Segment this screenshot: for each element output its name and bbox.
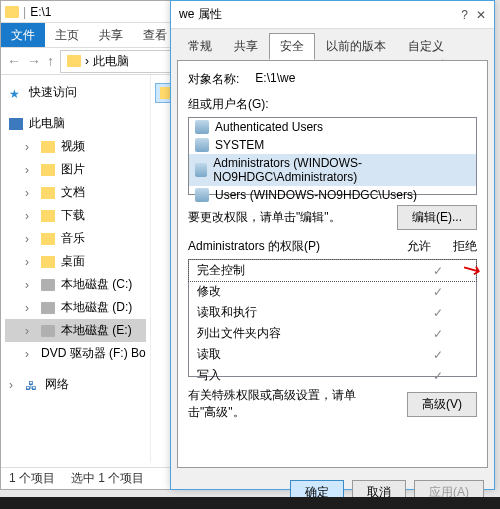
tab-share[interactable]: 共享: [89, 23, 133, 47]
check-icon: ✓: [408, 285, 468, 299]
folder-icon: [41, 256, 55, 268]
status-count: 1 个项目: [9, 470, 55, 487]
tab-security[interactable]: 安全: [269, 33, 315, 60]
deny-header: 拒绝: [453, 238, 477, 255]
perm-row-list-folder[interactable]: 列出文件夹内容✓: [189, 323, 476, 344]
tree-disk-e[interactable]: ›本地磁盘 (E:): [5, 319, 146, 342]
groups-label: 组或用户名(G):: [188, 96, 477, 113]
title-sep: |: [23, 5, 26, 19]
dialog-titlebar: we 属性 ? ✕: [171, 1, 494, 29]
tab-previous-versions[interactable]: 以前的版本: [315, 33, 397, 60]
object-name-label: 对象名称:: [188, 71, 239, 88]
tab-home[interactable]: 主页: [45, 23, 89, 47]
folder-icon: [41, 233, 55, 245]
help-icon[interactable]: ?: [461, 8, 468, 22]
check-icon: ✓: [408, 348, 468, 362]
dialog-tabs: 常规 共享 安全 以前的版本 自定义: [171, 29, 494, 60]
check-icon: ✓: [408, 264, 468, 278]
user-icon: [195, 138, 209, 152]
folder-icon: [41, 187, 55, 199]
folder-icon: [5, 6, 19, 18]
perm-row-write[interactable]: 写入✓: [189, 365, 476, 386]
tree-music[interactable]: ›音乐: [5, 227, 146, 250]
tree-network[interactable]: ›🖧网络: [5, 373, 146, 396]
disk-icon: [41, 325, 55, 337]
permissions-label: Administrators 的权限(P): [188, 238, 320, 255]
star-icon: ★: [9, 87, 23, 99]
folder-icon: [67, 55, 81, 67]
dialog-title: we 属性: [179, 6, 222, 23]
tab-general[interactable]: 常规: [177, 33, 223, 60]
tree-pictures[interactable]: ›图片: [5, 158, 146, 181]
status-selected: 选中 1 个项目: [71, 470, 144, 487]
group-item-selected[interactable]: Administrators (WINDOWS-NO9HDGC\Administ…: [189, 154, 476, 186]
perm-row-read-execute[interactable]: 读取和执行✓: [189, 302, 476, 323]
check-icon: ✓: [408, 306, 468, 320]
tab-sharing[interactable]: 共享: [223, 33, 269, 60]
edit-hint: 要更改权限，请单击"编辑"。: [188, 209, 341, 226]
disk-icon: [41, 302, 55, 314]
tree-quick-access[interactable]: ★快速访问: [5, 81, 146, 104]
folder-icon: [41, 210, 55, 222]
advanced-hint: 有关特殊权限或高级设置，请单击"高级"。: [188, 387, 368, 421]
check-icon: ✓: [408, 327, 468, 341]
advanced-button[interactable]: 高级(V): [407, 392, 477, 417]
group-item[interactable]: SYSTEM: [189, 136, 476, 154]
taskbar: [0, 497, 500, 509]
pc-icon: [9, 118, 23, 130]
tree-documents[interactable]: ›文档: [5, 181, 146, 204]
security-panel: 对象名称: E:\1\we 组或用户名(G): Authenticated Us…: [177, 60, 488, 468]
nav-tree: ★快速访问 此电脑 ›视频 ›图片 ›文档 ›下载 ›音乐 ›桌面 ›本地磁盘 …: [1, 75, 151, 463]
user-icon: [195, 120, 209, 134]
group-icon: [195, 188, 209, 202]
permissions-listbox[interactable]: ↘ 完全控制✓ 修改✓ 读取和执行✓ 列出文件夹内容✓ 读取✓ 写入✓: [188, 259, 477, 377]
crumb-sep: ›: [85, 54, 89, 68]
object-name-value: E:\1\we: [255, 71, 295, 88]
group-item[interactable]: Authenticated Users: [189, 118, 476, 136]
tree-downloads[interactable]: ›下载: [5, 204, 146, 227]
edit-button[interactable]: 编辑(E)...: [397, 205, 477, 230]
folder-icon: [41, 141, 55, 153]
allow-header: 允许: [407, 238, 431, 255]
tree-dvd[interactable]: ›DVD 驱动器 (F:) Bo: [5, 342, 146, 365]
group-item[interactable]: Users (WINDOWS-NO9HDGC\Users): [189, 186, 476, 204]
tree-desktop[interactable]: ›桌面: [5, 250, 146, 273]
folder-icon: [41, 164, 55, 176]
disk-icon: [41, 279, 55, 291]
perm-row-full-control[interactable]: 完全控制✓: [189, 260, 476, 281]
breadcrumb-text: 此电脑: [93, 53, 129, 70]
tree-this-pc[interactable]: 此电脑: [5, 112, 146, 135]
properties-dialog: we 属性 ? ✕ 常规 共享 安全 以前的版本 自定义 ↘ 对象名称: E:\…: [170, 0, 495, 490]
perm-row-read[interactable]: 读取✓: [189, 344, 476, 365]
tab-customize[interactable]: 自定义: [397, 33, 455, 60]
tree-disk-d[interactable]: ›本地磁盘 (D:): [5, 296, 146, 319]
nav-fwd-icon[interactable]: →: [27, 53, 41, 69]
check-icon: ✓: [408, 369, 468, 383]
nav-up-icon[interactable]: ↑: [47, 53, 54, 69]
nav-back-icon[interactable]: ←: [7, 53, 21, 69]
groups-listbox[interactable]: Authenticated Users SYSTEM Administrator…: [188, 117, 477, 195]
explorer-title-path: E:\1: [30, 5, 51, 19]
tree-disk-c[interactable]: ›本地磁盘 (C:): [5, 273, 146, 296]
tab-file[interactable]: 文件: [1, 23, 45, 47]
perm-row-modify[interactable]: 修改✓: [189, 281, 476, 302]
close-icon[interactable]: ✕: [476, 8, 486, 22]
network-icon: 🖧: [25, 379, 39, 391]
tree-video[interactable]: ›视频: [5, 135, 146, 158]
group-icon: [195, 163, 207, 177]
